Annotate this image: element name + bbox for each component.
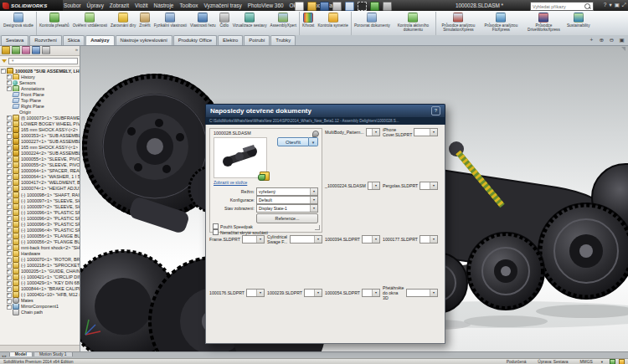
ribbon-button[interactable]: Kontrola aktivního dokumentu [392,12,435,36]
expand-icon[interactable]: ⤢ [622,1,626,9]
ribbon-button[interactable]: Kontrola symetrie [316,12,349,36]
command-tab[interactable]: Skica [63,35,85,45]
dropdown-arrow-icon[interactable]: ▾ [314,236,322,243]
ribbon-button[interactable]: Porovnat dokumenty [351,12,392,36]
ribbon-button[interactable]: Křivost [299,12,316,36]
tree-item[interactable]: 1000055<2> "SLEEVE, PIVOT [0,162,80,168]
command-tab[interactable]: Produkty Office [173,35,217,45]
command-tab[interactable]: Trubky [270,35,296,45]
dropdown-arrow-icon[interactable]: ▾ [430,290,437,296]
dropdown-arrow-icon[interactable]: ▾ [310,197,317,203]
open-document-icon[interactable] [307,2,317,11]
dropdown-arrow-icon[interactable]: ▾ [372,236,379,243]
dropdown-arrow-icon[interactable]: ▾ [430,129,437,136]
tree-item[interactable]: (-) 1000097<2> "SLEEVE, SHO [0,203,80,209]
tree-item[interactable]: (-) 1000098<1> "SHAFT, RAISE [0,192,80,197]
option-dropdown[interactable]: ▾ [368,182,380,190]
command-search[interactable] [530,2,594,11]
option-dropdown[interactable]: ▾ [406,289,438,297]
menu-item[interactable]: Toolbox [179,3,198,8]
view-tool-icon[interactable]: + [588,36,595,44]
ribbon-button[interactable]: Změřit [137,12,152,36]
ribbon-button[interactable]: Průvodce DriveWorksXpress [522,12,565,36]
tree-item[interactable]: (-) 1000218<1> "SPROCKET, [0,263,80,269]
option-dropdown[interactable]: ▾ [290,235,322,244]
dialog-help-icon[interactable]: ? [431,106,440,115]
dropdown-arrow-icon[interactable]: ▾ [372,290,379,296]
feature-tree-tab-icon[interactable] [2,46,10,54]
quick-tips-icon[interactable] [619,359,625,364]
dropdown-arrow-icon[interactable]: ▾ [430,236,437,243]
open-dropdown-arrow-icon[interactable]: ▾ [309,137,318,146]
tree-item[interactable]: Hardware [0,250,80,256]
tree-item[interactable]: 1000055<1> "SLEEVE, PIVOT [0,156,80,162]
ribbon-button[interactable]: Čidlo [218,12,231,36]
tree-item[interactable]: Top Plane [0,97,80,103]
option-dropdown[interactable]: ▾ [420,235,438,244]
configuration-manager-tab-icon[interactable] [22,46,30,54]
ribbon-button[interactable]: Kontrola přesahů [36,12,71,36]
tree-item[interactable]: History [0,74,80,79]
tree-item[interactable]: 1000227<1> "SUB ASSEMBLY, [0,139,80,145]
command-tab[interactable]: Potrubí [244,35,270,45]
tree-item[interactable]: (-) 1000421<1> "CIRCLIP DIN [0,274,80,280]
dropdown-arrow-icon[interactable]: ▾ [310,188,317,195]
tree-item[interactable]: (-) 1000070<1> "ROTOR, BRA [0,257,80,263]
ribbon-button[interactable]: Fyzikální vlastnosti [152,12,188,36]
option-dropdown[interactable]: ▾ [414,128,438,136]
ribbon-button[interactable]: Vizualizace sestavy [231,12,269,36]
tree-item[interactable]: mnt-back front shock<2> "SH [0,244,80,250]
option-dropdown[interactable]: ▾ [420,182,438,190]
dialog-title-bar[interactable]: Naposledy otevřené dokumenty ? [205,104,445,117]
units-dropdown-arrow-icon[interactable]: ▾ [601,360,603,364]
dropdown-arrow-icon[interactable]: ▾ [430,182,437,189]
option-dropdown[interactable]: ▾ [242,235,265,244]
save-icon[interactable] [320,2,329,11]
menu-item[interactable]: Vložit [135,3,148,8]
document-tab[interactable]: Model [9,351,33,356]
show-in-folder-link[interactable]: Zobrazit ve složce [214,180,247,185]
view-tool-icon[interactable]: ⊕ [598,36,605,44]
tree-item[interactable]: LOWER BOGEY WHEEL PIVOT- [0,120,80,126]
tree-item[interactable]: (-) 1000097<1> "SLEEVE, SHO [0,197,80,203]
ribbon-button[interactable]: Průvodce analýzou SimulationXpress [435,12,480,36]
checkbox-row[interactable]: Použít Speedpak [213,223,268,229]
document-tab[interactable]: Motion Study 1 [33,351,73,356]
ribbon-button[interactable]: Designová studie [2,12,35,36]
option-dropdown[interactable]: ▾ [366,128,380,136]
open-split-button[interactable]: Otevřít ▾ [277,137,318,146]
menu-item[interactable]: PhotoView 360 [248,3,284,8]
menu-item[interactable]: Zobrazit [110,3,129,8]
print-icon[interactable] [332,2,342,11]
tree-item[interactable]: 165 mm SHOCK ASSY-(<1> [0,145,80,151]
tree-item[interactable]: 1000074<1> "HEIGHT ADJUST [0,186,80,192]
search-icon[interactable] [584,3,590,9]
tree-item[interactable]: (-) 1000056<1> "FLANGE BUS [0,233,80,238]
property-manager-tab-icon[interactable] [12,46,20,54]
option-dropdown[interactable]: ▾ [362,289,380,297]
tree-item[interactable]: Chain path [0,310,80,315]
dropdown-arrow-icon[interactable]: ▾ [256,236,264,243]
option-dropdown[interactable]: Display State-1 ▾ [256,204,318,213]
menu-item[interactable]: Soubor [64,3,81,8]
new-document-icon[interactable] [295,2,304,11]
help-icon[interactable]: ? [604,1,607,9]
tree-item[interactable]: (-) 1000096<1> "PLASTIC SPA [0,209,80,215]
tree-item[interactable]: 1000028 "SUB ASSEMBLY, LH CH [0,68,80,74]
dropdown-arrow-icon[interactable]: ▾ [310,205,317,212]
command-tab[interactable]: Nástroje vykreslování [116,35,172,45]
option-dropdown[interactable]: Default ▾ [256,196,318,204]
command-tab[interactable]: Rozvržení [29,35,62,45]
tree-item[interactable]: 1000353<1> "SUB ASSEMBLY, [0,133,80,139]
tree-item[interactable]: 1000205<1> "GUIDE, CHAIN" [0,269,80,274]
view-tool-icon[interactable]: ⊖ [608,36,615,44]
collapse-icon[interactable]: ▾ [609,1,611,9]
tree-item[interactable]: 165 mm SHOCK ASSY-(<2> [0,126,80,132]
dropdown-arrow-icon[interactable]: ▾ [256,290,264,296]
flyout-tree-arrow-icon[interactable] [621,47,625,51]
ribbon-button[interactable]: AssemblyXpert [269,12,299,36]
checkbox[interactable] [213,223,219,229]
menu-item[interactable]: Úpravy [87,3,104,8]
ribbon-button[interactable]: Vlastnosti řezu [188,12,218,36]
references-button[interactable]: Reference... [256,213,318,223]
